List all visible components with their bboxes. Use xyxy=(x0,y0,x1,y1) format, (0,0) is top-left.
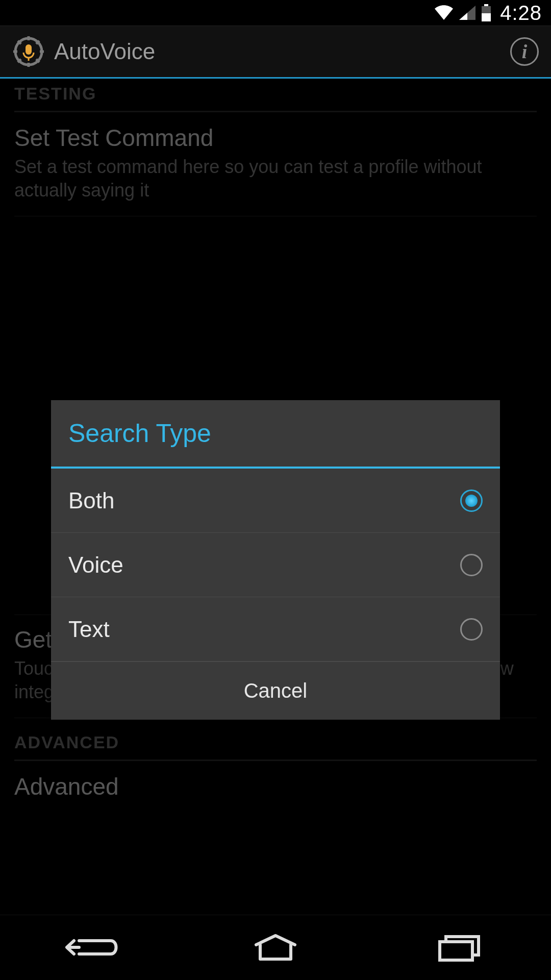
status-bar: 4:28 xyxy=(0,0,551,26)
settings-screen: TESTING Set Test Command Set a test comm… xyxy=(0,79,551,915)
cancel-button[interactable]: Cancel xyxy=(51,662,500,720)
action-bar: AutoVoice i xyxy=(0,26,551,79)
svg-rect-2 xyxy=(482,13,491,21)
app-icon xyxy=(12,35,45,68)
option-text[interactable]: Text xyxy=(51,597,500,662)
radio-icon xyxy=(460,618,483,641)
navigation-bar xyxy=(0,915,551,980)
radio-icon xyxy=(460,489,483,512)
dialog-title: Search Type xyxy=(51,400,500,469)
cell-signal-icon xyxy=(458,5,477,21)
option-voice[interactable]: Voice xyxy=(51,533,500,597)
status-time: 4:28 xyxy=(500,2,542,24)
option-label: Voice xyxy=(68,552,123,578)
svg-rect-12 xyxy=(26,44,32,55)
option-label: Both xyxy=(68,488,115,513)
dialog-search-type: Search Type Both Voice Text Cancel xyxy=(51,400,500,720)
battery-icon xyxy=(481,4,492,21)
option-label: Text xyxy=(68,617,110,642)
back-button[interactable] xyxy=(61,930,122,966)
radio-icon xyxy=(460,554,483,576)
app-title: AutoVoice xyxy=(54,39,510,64)
info-button[interactable]: i xyxy=(510,37,539,66)
svg-rect-14 xyxy=(440,942,472,960)
recents-button[interactable] xyxy=(429,930,490,966)
wifi-icon xyxy=(434,5,454,21)
home-button[interactable] xyxy=(245,930,306,966)
option-both[interactable]: Both xyxy=(51,469,500,533)
svg-rect-0 xyxy=(484,4,488,6)
